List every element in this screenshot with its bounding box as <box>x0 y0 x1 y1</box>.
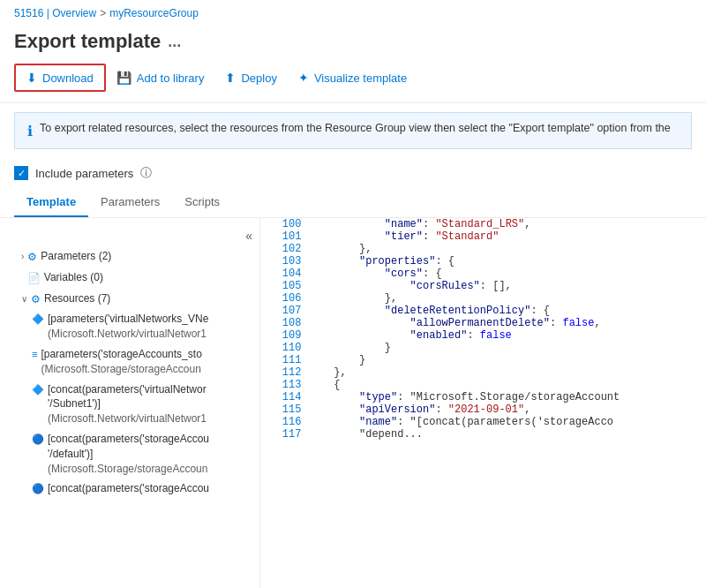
line-number: 109 <box>260 329 304 342</box>
sidebar-item-resources[interactable]: ∨ ⚙ Resources (7) <box>0 289 259 310</box>
code-editor[interactable]: 100 "name": "Standard_LRS",101 "tier": "… <box>260 218 706 588</box>
info-text: To export related resources, select the … <box>40 122 671 134</box>
line-number: 105 <box>260 280 304 292</box>
page-title: Export template <box>14 30 161 53</box>
table-row: 115 "apiVersion": "2021-09-01", <box>260 403 706 416</box>
line-number: 102 <box>260 243 304 255</box>
info-icon: ℹ <box>27 123 33 139</box>
toolbar: ⬇ Download 💾 Add to library ⬆ Deploy ✦ V… <box>0 64 706 103</box>
arrow-placeholder <box>21 272 24 284</box>
tab-scripts[interactable]: Scripts <box>172 188 232 217</box>
sidebar: « › ⚙ Parameters (2) 📄 Variables (0) ∨ ⚙… <box>0 218 260 588</box>
sidebar-item-storage2[interactable]: 🔵 [concat(parameters('storageAccou '/def… <box>0 429 259 479</box>
variables-label: Variables (0) <box>44 270 252 285</box>
table-row: 104 "cors": { <box>260 268 706 280</box>
line-number: 107 <box>260 305 304 317</box>
code-content: "name": "[concat(parameters('storageAcco <box>304 416 706 428</box>
code-content: "deleteRetentionPolicy": { <box>304 305 706 317</box>
breadcrumb-separator: > <box>100 7 106 19</box>
visualize-icon: ✦ <box>298 71 309 85</box>
table-row: 108 "allowPermanentDelete": false, <box>260 317 706 329</box>
table-row: 116 "name": "[concat(parameters('storage… <box>260 416 706 428</box>
code-content: "tier": "Standard" <box>304 230 706 243</box>
code-content: } <box>304 354 706 366</box>
table-row: 109 "enabled": false <box>260 329 706 342</box>
line-number: 103 <box>260 255 304 268</box>
code-content: "apiVersion": "2021-09-01", <box>304 403 706 416</box>
table-row: 114 "type": "Microsoft.Storage/storageAc… <box>260 391 706 403</box>
code-content: "cors": { <box>304 268 706 280</box>
code-content: "properties": { <box>304 255 706 268</box>
storage-icon-3: 🔵 <box>32 482 44 495</box>
sidebar-item-storage3[interactable]: 🔵 [concat(parameters('storageAccou <box>0 479 259 499</box>
include-params-row: Include parameters ⓘ <box>0 158 706 188</box>
code-content: } <box>304 342 706 354</box>
doc-icon: 📄 <box>27 271 41 286</box>
table-row: 105 "corsRules": [], <box>260 280 706 292</box>
info-circle-icon[interactable]: ⓘ <box>140 165 152 181</box>
sidebar-item-storage1[interactable]: ≡ [parameters('storageAccounts_sto (Micr… <box>0 344 259 380</box>
code-content: }, <box>304 292 706 305</box>
table-row: 113 { <box>260 379 706 391</box>
line-number: 104 <box>260 268 304 280</box>
tabs-bar: Template Parameters Scripts <box>0 188 706 218</box>
line-number: 108 <box>260 317 304 329</box>
table-row: 117 "depend... <box>260 428 706 441</box>
arrow-down-icon: ∨ <box>21 293 27 305</box>
tab-template[interactable]: Template <box>14 188 88 217</box>
line-number: 114 <box>260 391 304 403</box>
code-content: "allowPermanentDelete": false, <box>304 317 706 329</box>
visualize-label: Visualize template <box>314 72 407 85</box>
deploy-label: Deploy <box>241 72 276 85</box>
code-table: 100 "name": "Standard_LRS",101 "tier": "… <box>260 218 706 441</box>
line-number: 117 <box>260 428 304 441</box>
breadcrumb-rg[interactable]: myResourceGroup <box>109 7 199 19</box>
sidebar-item-vnet2[interactable]: 🔷 [concat(parameters('virtualNetwor '/Su… <box>0 380 259 429</box>
storage2-text: [concat(parameters('storageAccou '/defau… <box>48 432 252 476</box>
code-content: "enabled": false <box>304 329 706 342</box>
main-area: « › ⚙ Parameters (2) 📄 Variables (0) ∨ ⚙… <box>0 218 706 588</box>
table-row: 107 "deleteRetentionPolicy": { <box>260 305 706 317</box>
table-row: 112 }, <box>260 366 706 379</box>
code-content: }, <box>304 366 706 379</box>
library-icon: 💾 <box>116 71 131 85</box>
gear-icon: ⚙ <box>27 250 37 265</box>
line-number: 115 <box>260 403 304 416</box>
network-icon-2: 🔷 <box>32 383 44 396</box>
collapse-sidebar-button[interactable]: « <box>245 229 252 243</box>
table-row: 101 "tier": "Standard" <box>260 230 706 243</box>
line-number: 101 <box>260 230 304 243</box>
code-content: }, <box>304 243 706 255</box>
line-number: 111 <box>260 354 304 366</box>
resources-gear-icon: ⚙ <box>31 292 41 307</box>
sidebar-item-vnet1[interactable]: 🔷 [parameters('virtualNetworks_VNe (Micr… <box>0 309 259 344</box>
deploy-button[interactable]: ⬆ Deploy <box>214 65 287 90</box>
add-library-label: Add to library <box>137 72 205 85</box>
line-number: 100 <box>260 218 304 230</box>
include-params-checkbox[interactable] <box>14 166 28 180</box>
code-content: "type": "Microsoft.Storage/storageAccoun… <box>304 391 706 403</box>
table-row: 111 } <box>260 354 706 366</box>
download-icon: ⬇ <box>26 71 37 85</box>
visualize-button[interactable]: ✦ Visualize template <box>288 65 417 90</box>
line-number: 112 <box>260 366 304 379</box>
page-menu-button[interactable]: ... <box>168 33 181 51</box>
add-to-library-button[interactable]: 💾 Add to library <box>106 65 215 90</box>
include-params-label: Include parameters <box>35 167 133 180</box>
sidebar-item-variables[interactable]: 📄 Variables (0) <box>0 268 259 289</box>
network-icon-1: 🔷 <box>32 313 44 326</box>
line-number: 116 <box>260 416 304 428</box>
storage-icon-2: 🔵 <box>32 433 44 446</box>
page-title-area: Export template ... <box>0 26 706 64</box>
download-button[interactable]: ⬇ Download <box>14 64 106 92</box>
table-row: 110 } <box>260 342 706 354</box>
vnet2-text: [concat(parameters('virtualNetwor '/Subn… <box>48 382 252 426</box>
sidebar-item-parameters[interactable]: › ⚙ Parameters (2) <box>0 246 259 268</box>
table-row: 102 }, <box>260 243 706 255</box>
breadcrumb-overview[interactable]: 51516 | Overview <box>14 7 96 19</box>
table-row: 100 "name": "Standard_LRS", <box>260 218 706 230</box>
download-label: Download <box>42 72 94 85</box>
tab-parameters[interactable]: Parameters <box>88 188 172 217</box>
code-content: "name": "Standard_LRS", <box>304 218 706 230</box>
vnet1-text: [parameters('virtualNetworks_VNe (Micros… <box>48 312 252 342</box>
